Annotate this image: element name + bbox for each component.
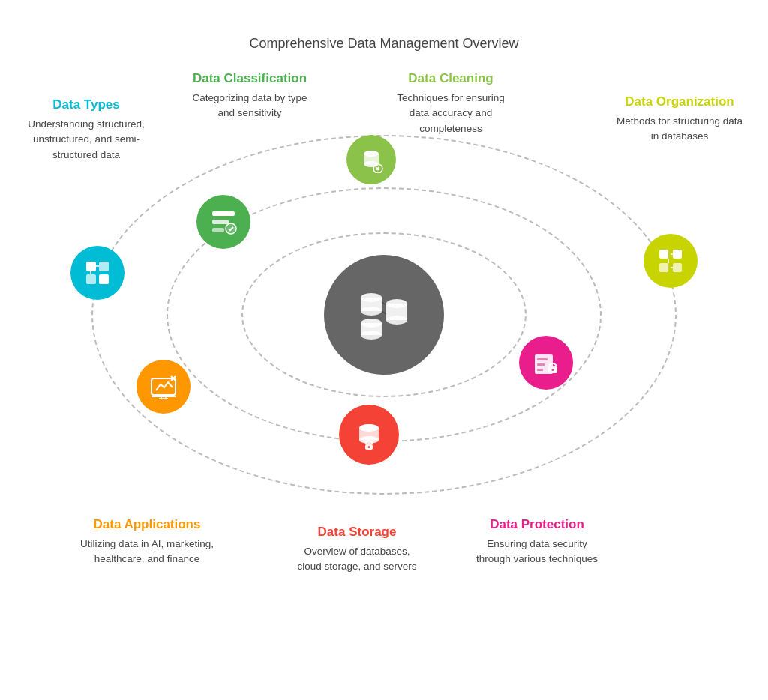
svg-rect-17 <box>212 228 224 232</box>
svg-point-8 <box>361 331 382 340</box>
data-applications-title: Data Applications <box>80 517 214 532</box>
data-applications-desc: Utilizing data in AI, marketing, healthc… <box>80 537 214 567</box>
data-classification-title: Data Classification <box>186 71 314 86</box>
svg-rect-41 <box>537 363 544 366</box>
data-types-circle <box>70 246 124 300</box>
data-applications-circle <box>136 360 190 414</box>
svg-rect-12 <box>99 262 109 271</box>
data-types-desc: Understanding structured, unstructured, … <box>22 117 150 163</box>
svg-line-10 <box>382 302 386 305</box>
data-types-label: Data Types Understanding structured, uns… <box>22 97 150 163</box>
data-organization-label: Data Organization Methods for structurin… <box>612 94 747 145</box>
svg-point-5 <box>386 316 407 325</box>
svg-rect-42 <box>537 369 543 371</box>
data-protection-desc: Ensuring data security through various t… <box>470 537 604 567</box>
data-storage-circle <box>339 405 399 465</box>
svg-point-38 <box>368 446 370 448</box>
data-protection-title: Data Protection <box>470 517 604 532</box>
svg-point-44 <box>552 369 554 371</box>
data-organization-title: Data Organization <box>612 94 747 109</box>
data-protection-circle <box>519 336 573 390</box>
data-organization-desc: Methods for structuring data in database… <box>612 114 747 145</box>
svg-rect-24 <box>673 250 682 259</box>
data-classification-circle <box>196 195 250 249</box>
svg-rect-16 <box>212 220 229 224</box>
svg-rect-14 <box>99 274 109 284</box>
data-applications-label: Data Applications Utilizing data in AI, … <box>80 517 214 567</box>
data-storage-title: Data Storage <box>297 525 417 540</box>
svg-rect-13 <box>86 274 96 284</box>
center-circle <box>324 255 444 375</box>
svg-rect-23 <box>659 250 668 259</box>
ellipse-container <box>92 135 676 495</box>
svg-rect-15 <box>212 211 235 216</box>
data-storage-desc: Overview of databases, cloud storage, an… <box>297 544 417 575</box>
svg-rect-26 <box>673 263 682 272</box>
data-cleaning-desc: Techniques for ensuring data accuracy an… <box>387 91 514 136</box>
data-protection-label: Data Protection Ensuring data security t… <box>470 517 604 567</box>
data-cleaning-label: Data Cleaning Techniques for ensuring da… <box>387 71 514 136</box>
data-classification-label: Data Classification Categorizing data by… <box>186 71 314 121</box>
data-cleaning-title: Data Cleaning <box>387 71 514 86</box>
svg-rect-25 <box>659 263 668 272</box>
data-classification-desc: Categorizing data by type and sensitivit… <box>186 91 314 121</box>
svg-rect-40 <box>537 358 548 360</box>
svg-line-9 <box>382 311 386 314</box>
data-organization-circle <box>644 234 698 288</box>
data-types-title: Data Types <box>22 97 150 112</box>
data-cleaning-circle <box>346 135 396 184</box>
data-storage-label: Data Storage Overview of databases, clou… <box>297 525 417 575</box>
svg-point-2 <box>361 307 382 316</box>
page-title: Comprehensive Data Management Overview <box>0 36 768 52</box>
